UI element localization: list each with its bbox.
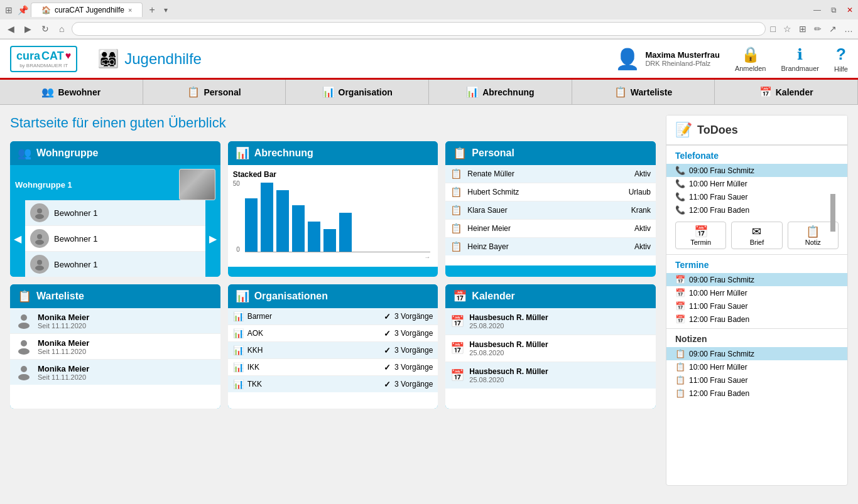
org-name-0: Barmer <box>247 312 384 321</box>
chart-bar-0 <box>245 198 258 252</box>
tab-warteliste[interactable]: 📋 Warteliste <box>572 80 715 104</box>
back-button[interactable]: ◀ <box>5 23 17 35</box>
termin-button[interactable]: 📅 Termin <box>675 222 726 249</box>
wohngruppe-thumbnail-image <box>179 169 215 200</box>
personal-list-container: 📋 Renate Müller Aktiv 📋 Hubert Schmitz U… <box>445 165 656 265</box>
org-list-container: 📊 Barmer ✓ 3 Vorgänge 📊 AOK ✓ 3 Vorgänge… <box>228 308 438 409</box>
curacat-logo: cura CAT ♥ by BRANDMAUER IT <box>10 46 77 72</box>
termine-label: Termine <box>675 260 839 270</box>
org-item-2: 📊 KKH ✓ 3 Vorgänge <box>228 341 438 358</box>
browser-tab-favicon: 🏠 <box>41 6 51 14</box>
wohngruppe-next-button[interactable]: ▶ <box>205 200 220 277</box>
tab-kalender[interactable]: 📅 Kalender <box>715 80 858 104</box>
warteliste-person-icon-2 <box>15 363 33 381</box>
org-count-1: 3 Vorgänge <box>394 329 433 338</box>
browser-new-tab-button[interactable]: + <box>145 3 158 17</box>
notiz-note-icon-3: 📋 <box>675 389 685 398</box>
organisationen-card: 📊 Organisationen 📊 Barmer ✓ 3 Vorgänge 📊… <box>228 284 438 409</box>
wohngruppe-title: Wohngruppe <box>36 147 98 159</box>
kalender-event-date-0: 25.08.2020 <box>469 322 548 330</box>
user-avatar-icon: 👤 <box>615 47 640 71</box>
kalender-card-header: 📅 Kalender <box>445 284 656 308</box>
browser-toolbar-icons: □ ☆ ⊞ ✏ ↗ … <box>771 24 853 34</box>
notiz-item-1: 📋 10:00 Herr Müller <box>675 360 839 373</box>
brandmauer-icon: ℹ <box>797 46 803 63</box>
tab-organisation[interactable]: 📊 Organisation <box>286 80 429 104</box>
tab-abrechnung[interactable]: 📊 Abrechnung <box>429 80 572 104</box>
termin-time-3: 12:00 Frau Baden <box>689 315 749 324</box>
window-restore[interactable]: ⧉ <box>831 6 837 14</box>
browser-chrome: ⊞ 📌 🏠 curaCAT Jugendhilfe × + ▾ — ⧉ ✕ ◀ … <box>0 0 858 40</box>
logo-cura-text: cura <box>16 50 40 63</box>
bookmark-icon[interactable]: ☆ <box>783 24 791 34</box>
brandmauer-action[interactable]: ℹ Brandmauer <box>781 46 819 72</box>
todos-title: ToDoes <box>697 124 738 137</box>
personal-icon-0: 📋 <box>450 168 462 180</box>
logo-cat-text: CAT <box>41 50 64 63</box>
org-count-4: 3 Vorgänge <box>394 380 433 389</box>
todos-scroll[interactable]: Telefonate 📞 09:00 Frau Schmitz 📞 10:00 … <box>666 146 847 402</box>
org-icon-2: 📊 <box>233 345 244 355</box>
termin-item-0: 📅 09:00 Frau Schmitz <box>666 273 847 286</box>
svg-point-9 <box>18 348 30 355</box>
abrechnung-card: 📊 Abrechnung Stacked Bar 50 0 <box>228 141 438 277</box>
personal-item-4: 📋 Heinz Bayer Aktiv <box>445 237 656 255</box>
svg-point-1 <box>35 214 44 219</box>
notiz-label: Notiz <box>792 239 834 246</box>
window-minimize[interactable]: — <box>813 6 821 14</box>
warteliste-title: Warteliste <box>36 291 84 302</box>
kalender-tab-icon: 📅 <box>759 86 772 98</box>
notiz-note-icon-1: 📋 <box>675 362 685 372</box>
svg-point-0 <box>37 208 42 213</box>
brandmauer-label: Brandmauer <box>781 65 819 72</box>
browser-tab-close[interactable]: × <box>128 6 132 14</box>
chart-bar-1 <box>261 183 273 252</box>
brief-button[interactable]: ✉ Brief <box>731 222 782 249</box>
svg-point-2 <box>37 234 42 239</box>
telefon-item-2: 📞 11:00 Frau Sauer <box>675 190 839 203</box>
chart-y-50: 50 <box>233 180 240 187</box>
collections-icon[interactable]: ⊞ <box>799 24 806 34</box>
organisation-tab-label: Organisation <box>339 87 393 97</box>
personal-tab-label: Personal <box>204 87 241 97</box>
kalender-event-title-1: Hausbesuch R. Müller <box>469 340 548 349</box>
home-button[interactable]: ⌂ <box>57 23 67 35</box>
notiz-icon: 📋 <box>792 225 834 239</box>
warteliste-list-container: Monika Meier Seit 11.11.2020 Monika Meie… <box>10 308 220 409</box>
chart-inner: → <box>242 180 433 262</box>
organisationen-header-icon: 📊 <box>236 289 249 303</box>
window-close[interactable]: ✕ <box>847 6 853 14</box>
browser-tab-dropdown[interactable]: ▾ <box>164 6 168 14</box>
kalender-card: 📅 Kalender 📅 Hausbesuch R. Müller 25.08.… <box>445 284 656 409</box>
reader-mode-icon[interactable]: □ <box>771 24 776 34</box>
forward-button[interactable]: ▶ <box>22 23 34 35</box>
tab-bewohner[interactable]: 👥 Bewohner <box>0 80 143 104</box>
hilfe-action[interactable]: ? Hilfe <box>834 45 848 73</box>
address-bar[interactable] <box>72 22 765 36</box>
pen-icon[interactable]: ✏ <box>814 24 822 34</box>
notiz-time-1: 10:00 Herr Müller <box>689 363 747 372</box>
svg-point-8 <box>21 340 27 346</box>
termin-label: Termin <box>680 239 722 246</box>
browser-tab[interactable]: 🏠 curaCAT Jugendhilfe × <box>31 3 143 17</box>
anmelden-action[interactable]: 🔒 Anmelden <box>735 46 766 72</box>
personal-header-icon: 📋 <box>453 146 467 160</box>
hilfe-icon: ? <box>836 45 846 64</box>
wohngruppe-prev-button[interactable]: ◀ <box>10 200 25 277</box>
personal-icon-2: 📋 <box>450 205 462 216</box>
telefon-time-3: 12:00 Frau Baden <box>689 206 749 215</box>
browser-title-bar: ⊞ 📌 🏠 curaCAT Jugendhilfe × + ▾ — ⧉ ✕ <box>0 0 858 19</box>
more-icon[interactable]: … <box>844 24 853 34</box>
warteliste-since-2: Seit 11.11.2020 <box>38 373 89 381</box>
org-count-3: 3 Vorgänge <box>394 363 433 372</box>
warteliste-card: 📋 Warteliste Monika Meier Seit 11.11.202… <box>10 284 220 409</box>
abrechnung-card-header: 📊 Abrechnung <box>228 141 438 165</box>
refresh-button[interactable]: ↻ <box>39 23 52 35</box>
notiz-time-3: 12:00 Frau Baden <box>689 389 749 398</box>
personal-item-1: 📋 Hubert Schmitz Urlaub <box>445 183 656 201</box>
tab-personal[interactable]: 📋 Personal <box>143 80 286 104</box>
kalender-item-2: 📅 Hausbesuch R. Müller 25.08.2020 <box>445 362 656 389</box>
warteliste-person-icon-0 <box>15 312 33 330</box>
phone-icon-0: 📞 <box>675 166 685 175</box>
share-icon[interactable]: ↗ <box>829 24 837 34</box>
